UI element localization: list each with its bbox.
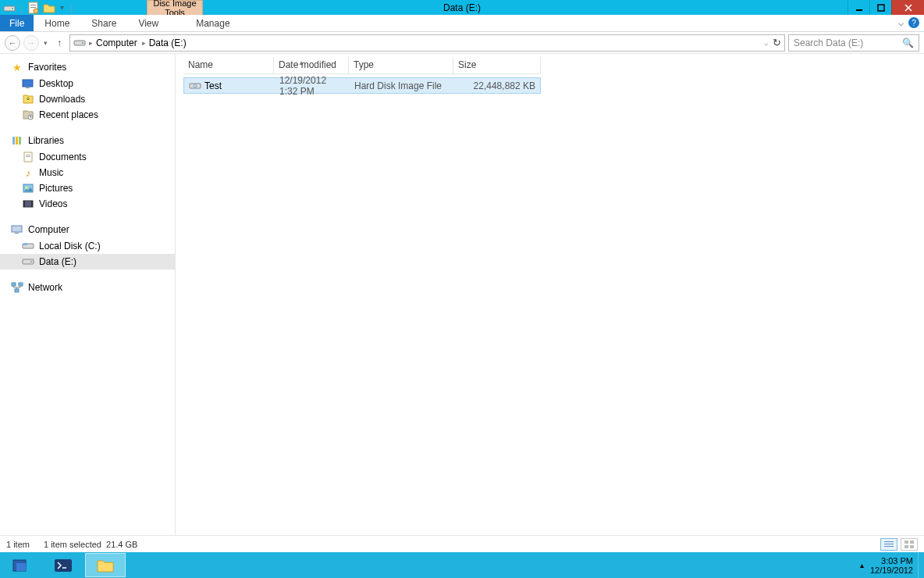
window-buttons — [848, 0, 924, 15]
svg-rect-31 — [19, 283, 23, 286]
address-dropdown-icon[interactable]: ⌵ — [764, 39, 768, 47]
nav-head-computer[interactable]: Computer — [0, 221, 175, 238]
nav-head-libraries[interactable]: Libraries — [0, 132, 175, 149]
help-icon[interactable]: ? — [908, 17, 919, 28]
forward-button[interactable]: → — [23, 35, 39, 51]
show-desktop-button[interactable] — [918, 552, 924, 578]
svg-rect-7 — [878, 5, 884, 11]
documents-icon — [22, 151, 34, 163]
nav-item-pictures[interactable]: Pictures — [0, 180, 175, 196]
taskbar-explorer[interactable] — [85, 553, 126, 577]
tab-view[interactable]: View — [127, 15, 169, 31]
disc-image-icon — [189, 80, 201, 92]
nav-head-network[interactable]: Network — [0, 279, 175, 296]
view-details-button[interactable] — [880, 538, 897, 551]
svg-rect-3 — [30, 5, 36, 5]
svg-rect-10 — [23, 80, 33, 87]
music-icon: ♪ — [22, 166, 34, 179]
address-bar[interactable]: ▸ Computer▸ Data (E:) ⌵ ↻ — [69, 34, 785, 52]
minimize-button[interactable] — [848, 0, 869, 15]
up-button[interactable]: ↑ — [52, 36, 66, 50]
svg-rect-44 — [55, 559, 72, 572]
downloads-icon — [22, 93, 34, 105]
taskbar: ▴ 3:03 PM 12/19/2012 — [0, 552, 924, 578]
properties-icon[interactable] — [27, 2, 40, 14]
svg-rect-13 — [12, 137, 15, 144]
navigation-pane: ★Favorites Desktop Downloads Recent plac… — [0, 54, 176, 552]
svg-rect-43 — [16, 563, 26, 571]
ribbon-tabs: File Home Share View Manage ⌵ ? — [0, 15, 924, 32]
nav-group-network: Network — [0, 279, 175, 296]
taskbar-powershell[interactable] — [43, 553, 84, 577]
svg-rect-41 — [910, 545, 914, 548]
pictures-icon — [22, 182, 34, 194]
tab-manage[interactable]: Manage — [185, 15, 240, 31]
tab-share[interactable]: Share — [80, 15, 127, 31]
nav-item-videos[interactable]: Videos — [0, 196, 175, 212]
svg-point-20 — [26, 187, 28, 189]
file-row-selected[interactable]: Test 12/19/2012 1:32 PM Hard Disk Image … — [183, 77, 541, 94]
chevron-right-icon[interactable]: ▸ — [89, 39, 93, 47]
view-large-icons-button[interactable] — [901, 538, 918, 551]
new-folder-icon[interactable] — [43, 2, 55, 14]
column-date-modified[interactable]: Date modified — [274, 57, 349, 73]
refresh-icon[interactable]: ↻ — [773, 37, 781, 48]
nav-item-recent-places[interactable]: Recent places — [0, 107, 175, 123]
qat-dropdown-icon[interactable]: ▾ — [59, 3, 66, 12]
svg-rect-15 — [19, 137, 21, 144]
status-bar: 1 item 1 item selected 21.4 GB — [0, 535, 924, 552]
svg-rect-30 — [12, 283, 16, 286]
system-tray: ▴ 3:03 PM 12/19/2012 — [860, 556, 918, 575]
videos-icon — [22, 198, 34, 210]
column-size[interactable]: Size — [453, 57, 541, 73]
expand-ribbon-icon[interactable]: ⌵ — [898, 17, 904, 28]
svg-rect-22 — [23, 201, 25, 207]
breadcrumb-computer[interactable]: Computer▸ — [96, 37, 146, 48]
taskbar-server-manager[interactable] — [1, 553, 41, 577]
window-title: Data (E:) — [0, 2, 924, 13]
computer-icon — [11, 223, 23, 236]
column-name[interactable]: Name — [183, 57, 274, 73]
nav-item-data-e[interactable]: Data (E:) — [0, 254, 175, 269]
nav-item-local-disk-c[interactable]: Local Disk (C:) — [0, 238, 175, 254]
tab-home[interactable]: Home — [34, 15, 80, 31]
nav-head-favorites[interactable]: ★Favorites — [0, 59, 175, 76]
title-bar: | ▾ | Disc Image Tools Data (E:) — [0, 0, 924, 15]
breadcrumb-current[interactable]: Data (E:) — [149, 37, 187, 48]
svg-point-5 — [34, 9, 38, 13]
quick-access-toolbar: | ▾ | — [0, 2, 74, 14]
history-dropdown-icon[interactable]: ▾ — [42, 39, 49, 47]
status-selection: 1 item selected 21.4 GB — [44, 540, 137, 549]
nav-item-downloads[interactable]: Downloads — [0, 91, 175, 107]
status-item-count: 1 item — [6, 540, 30, 549]
nav-group-libraries: Libraries Documents ♪Music Pictures Vide… — [0, 132, 175, 212]
svg-rect-4 — [30, 7, 36, 8]
file-name-cell: Test — [184, 80, 275, 92]
search-icon: 🔍 — [902, 37, 914, 48]
nav-item-music[interactable]: ♪Music — [0, 165, 175, 180]
contextual-tab-disc-image-tools[interactable]: Disc Image Tools — [147, 0, 203, 15]
search-box[interactable]: Search Data (E:) 🔍 — [788, 34, 919, 52]
search-placeholder: Search Data (E:) — [794, 37, 863, 48]
column-type[interactable]: Type — [349, 57, 453, 73]
column-headers: Name Date modified Type Size — [183, 57, 541, 74]
tab-file[interactable]: File — [0, 15, 34, 31]
drive-icon — [22, 255, 34, 268]
close-button[interactable] — [891, 0, 924, 15]
tray-arrow-icon[interactable]: ▴ — [860, 561, 864, 569]
svg-rect-37 — [884, 546, 894, 547]
tray-clock[interactable]: 3:03 PM 12/19/2012 — [870, 556, 913, 575]
star-icon: ★ — [11, 61, 23, 73]
svg-rect-27 — [23, 243, 27, 245]
nav-item-desktop[interactable]: Desktop — [0, 76, 175, 91]
body-area: ★Favorites Desktop Downloads Recent plac… — [0, 54, 924, 552]
maximize-button[interactable] — [869, 0, 891, 15]
back-button[interactable]: ← — [5, 35, 20, 51]
svg-rect-39 — [910, 541, 914, 544]
nav-item-documents[interactable]: Documents — [0, 149, 175, 165]
recent-icon — [22, 109, 34, 121]
svg-rect-23 — [31, 201, 33, 207]
network-icon — [11, 281, 23, 294]
svg-rect-11 — [26, 87, 30, 88]
svg-point-1 — [12, 8, 13, 9]
